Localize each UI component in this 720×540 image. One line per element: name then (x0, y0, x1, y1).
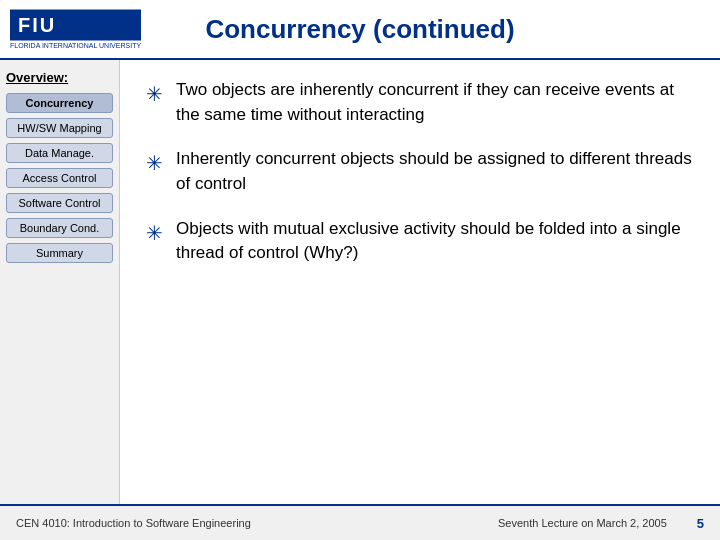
bullet-text-3: Objects with mutual exclusive activity s… (176, 217, 696, 266)
footer: CEN 4010: Introduction to Software Engin… (0, 504, 720, 540)
footer-left: CEN 4010: Introduction to Software Engin… (16, 517, 251, 529)
logo: FIU FLORIDA INTERNATIONAL UNIVERSITY (10, 10, 141, 49)
sidebar-item-concurrency[interactable]: Concurrency (6, 93, 113, 113)
content-area: ✳ Two objects are inherently concurrent … (120, 60, 720, 504)
bullet-star-3: ✳ (144, 219, 164, 248)
header: FIU FLORIDA INTERNATIONAL UNIVERSITY Con… (0, 0, 720, 60)
sidebar-item-summary[interactable]: Summary (6, 243, 113, 263)
main-layout: Overview: Concurrency HW/SW Mapping Data… (0, 60, 720, 504)
bullet-star-2: ✳ (144, 149, 164, 178)
footer-center: Seventh Lecture on March 2, 2005 (498, 517, 667, 529)
bullet-item-2: ✳ Inherently concurrent objects should b… (144, 147, 696, 196)
logo-text: FIU (10, 10, 141, 41)
sidebar: Overview: Concurrency HW/SW Mapping Data… (0, 60, 120, 504)
bullet-text-2: Inherently concurrent objects should be … (176, 147, 696, 196)
bullet-item-1: ✳ Two objects are inherently concurrent … (144, 78, 696, 127)
sidebar-item-accesscontrol[interactable]: Access Control (6, 168, 113, 188)
logo-sub: FLORIDA INTERNATIONAL UNIVERSITY (10, 42, 141, 49)
bullet-item-3: ✳ Objects with mutual exclusive activity… (144, 217, 696, 266)
footer-page-number: 5 (697, 516, 704, 531)
footer-right: Seventh Lecture on March 2, 2005 5 (498, 516, 704, 531)
overview-label: Overview: (6, 70, 113, 85)
sidebar-item-datamanage[interactable]: Data Manage. (6, 143, 113, 163)
bullet-star-1: ✳ (144, 80, 164, 109)
sidebar-item-softwarecontrol[interactable]: Software Control (6, 193, 113, 213)
sidebar-item-hwswmapping[interactable]: HW/SW Mapping (6, 118, 113, 138)
bullet-text-1: Two objects are inherently concurrent if… (176, 78, 696, 127)
page-title: Concurrency (continued) (205, 14, 514, 45)
sidebar-item-boundarycond[interactable]: Boundary Cond. (6, 218, 113, 238)
